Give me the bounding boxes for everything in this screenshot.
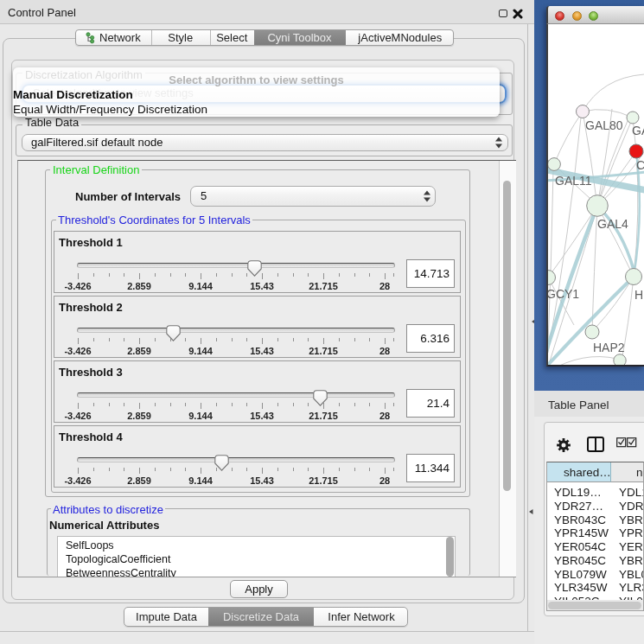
svg-text:GA: GA <box>632 124 644 137</box>
svg-text:GAL11: GAL11 <box>555 174 592 188</box>
svg-text:GAL4: GAL4 <box>597 217 628 231</box>
svg-text:HAP2: HAP2 <box>593 341 625 354</box>
svg-text:C: C <box>636 158 644 172</box>
svg-text:GAL80: GAL80 <box>585 118 623 132</box>
svg-text:GCY1: GCY1 <box>548 287 579 301</box>
svg-text:H: H <box>634 288 643 302</box>
